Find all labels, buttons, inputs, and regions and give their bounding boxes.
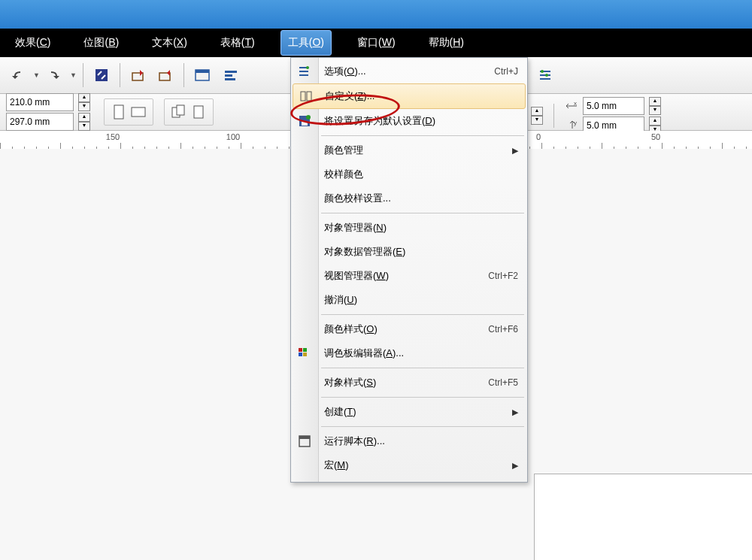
save-settings-icon	[296, 112, 314, 130]
menu-separator	[321, 314, 524, 315]
svg-rect-21	[302, 122, 308, 126]
menu-item-label: 自定义(Z)...	[325, 89, 516, 103]
svg-rect-23	[299, 348, 302, 352]
tools-menu-dropdown: 选项(O)...Ctrl+J自定义(Z)...将设置另存为默认设置(D)颜色管理…	[290, 57, 528, 483]
link-button[interactable]	[89, 63, 114, 87]
nudge-x-value: 5.0 mm	[587, 101, 617, 111]
menu-item-label: 创建(T)	[324, 405, 512, 419]
svg-point-17	[306, 66, 309, 69]
customize-icon	[298, 87, 316, 105]
import-button[interactable]	[126, 63, 150, 87]
page-width-value: 210.0 mm	[10, 97, 50, 107]
toolbar-separator	[83, 63, 83, 87]
toolbar-separator	[120, 63, 120, 87]
nudge-group: x 5.0 mm ▲▼ y 5.0 mm ▲▼	[565, 97, 661, 135]
redo-dropdown-icon[interactable]: ▼	[70, 71, 77, 79]
nudge-y-value: 5.0 mm	[587, 120, 617, 131]
nudge-x-spinner[interactable]: ▲▼	[649, 97, 661, 115]
svg-rect-5	[225, 71, 237, 73]
menu-item-label: 对象管理器(N)	[324, 221, 518, 235]
svg-rect-6	[225, 74, 232, 77]
svg-rect-0	[96, 69, 108, 81]
nudge-x-icon: x	[565, 101, 580, 111]
page-height-input[interactable]: 297.0 mm	[6, 113, 74, 131]
svg-rect-11	[132, 107, 145, 117]
menu-o[interactable]: 工具(O)	[280, 30, 332, 56]
fullscreen-button[interactable]	[190, 63, 214, 87]
menu-shortcut: Ctrl+F5	[488, 377, 518, 388]
toolbar-separator	[553, 104, 554, 128]
submenu-arrow-icon: ▶	[512, 461, 518, 471]
menu-item-Z[interactable]: 自定义(Z)...	[293, 83, 526, 109]
menu-separator	[321, 397, 524, 398]
menu-c[interactable]: 效果(C)	[8, 30, 58, 56]
nudge-y-icon: y	[565, 120, 580, 131]
script-icon	[296, 432, 314, 450]
menu-t[interactable]: 表格(T)	[213, 30, 262, 56]
svg-point-8	[541, 70, 544, 73]
menu-separator	[321, 368, 524, 368]
menu-shortcut: Ctrl+F6	[488, 324, 518, 334]
menu-item-O[interactable]: 颜色样式(O)Ctrl+F6	[291, 317, 527, 341]
svg-rect-28	[299, 436, 310, 439]
pages-group	[164, 98, 214, 126]
svg-point-22	[306, 115, 311, 120]
menu-item-M[interactable]: 宏(M)▶	[291, 453, 527, 477]
portrait-button[interactable]	[109, 102, 129, 122]
menu-item-R[interactable]: 运行脚本(R)...	[291, 429, 527, 453]
nudge-x-input[interactable]: 5.0 mm	[583, 97, 644, 115]
menu-item-label: 运行脚本(R)...	[324, 434, 518, 448]
export-button[interactable]	[153, 63, 177, 87]
menu-item-校样颜色[interactable]: 校样颜色	[291, 162, 527, 186]
menu-item-D[interactable]: 将设置另存为默认设置(D)	[291, 109, 527, 133]
menu-x[interactable]: 文本(X)	[144, 30, 195, 56]
menu-item-T[interactable]: 创建(T)▶	[291, 400, 527, 424]
floating-panel[interactable]	[534, 474, 752, 560]
units-spinner[interactable]: ▲▼	[531, 107, 543, 125]
menu-item-label: 颜色管理	[324, 144, 512, 157]
options-icon	[296, 62, 314, 80]
menu-item-N[interactable]: 对象管理器(N)	[291, 216, 527, 240]
current-page-button[interactable]	[189, 102, 208, 122]
page-width-spinner[interactable]: ▲▼	[78, 93, 90, 111]
menu-item-W[interactable]: 视图管理器(W)Ctrl+F2	[291, 264, 527, 288]
submenu-arrow-icon: ▶	[512, 146, 518, 156]
menu-item-E[interactable]: 对象数据管理器(E)	[291, 240, 527, 264]
page-height-spinner[interactable]: ▲▼	[78, 113, 90, 131]
menu-item-颜色管理[interactable]: 颜色管理▶	[291, 138, 527, 162]
all-pages-button[interactable]	[169, 102, 189, 122]
menu-item-O[interactable]: 选项(O)...Ctrl+J	[291, 59, 527, 83]
svg-point-9	[545, 74, 548, 77]
svg-rect-19	[307, 92, 311, 101]
redo-button[interactable]	[43, 63, 67, 87]
menu-separator	[321, 135, 524, 136]
menu-item-label: 对象样式(S)	[324, 376, 488, 389]
page-width-input[interactable]: 210.0 mm	[6, 93, 74, 111]
menu-h[interactable]: 帮助(H)	[421, 30, 472, 56]
undo-dropdown-icon[interactable]: ▼	[33, 71, 40, 79]
options-toolbar-button[interactable]	[534, 63, 558, 87]
menu-item-U[interactable]: 撤消(U)	[291, 288, 527, 312]
submenu-arrow-icon: ▶	[512, 407, 518, 417]
menu-shortcut: Ctrl+J	[494, 66, 518, 77]
page-size-group: 210.0 mm ▲▼ 297.0 mm ▲▼	[6, 93, 90, 131]
svg-rect-7	[225, 78, 235, 80]
menu-item-label: 选项(O)...	[324, 65, 494, 78]
svg-rect-10	[114, 105, 123, 119]
landscape-button[interactable]	[129, 102, 148, 122]
menu-item-A[interactable]: 调色板编辑器(A)...	[291, 341, 527, 365]
palette-icon	[296, 344, 314, 362]
menu-w[interactable]: 窗口(W)	[350, 30, 403, 56]
menu-item-颜色校样设置[interactable]: 颜色校样设置...	[291, 186, 527, 210]
svg-rect-13	[177, 105, 184, 115]
menu-item-label: 颜色校样设置...	[324, 192, 518, 205]
menu-item-label: 颜色样式(O)	[324, 322, 488, 336]
menu-item-label: 校样颜色	[324, 168, 518, 181]
menu-shortcut: Ctrl+F2	[488, 271, 518, 281]
undo-button[interactable]	[6, 63, 30, 87]
page-height-value: 297.0 mm	[10, 117, 50, 127]
menu-item-S[interactable]: 对象样式(S)Ctrl+F5	[291, 371, 527, 395]
svg-rect-24	[303, 348, 307, 352]
menu-b[interactable]: 位图(B)	[76, 30, 126, 56]
align-button[interactable]	[219, 63, 243, 87]
